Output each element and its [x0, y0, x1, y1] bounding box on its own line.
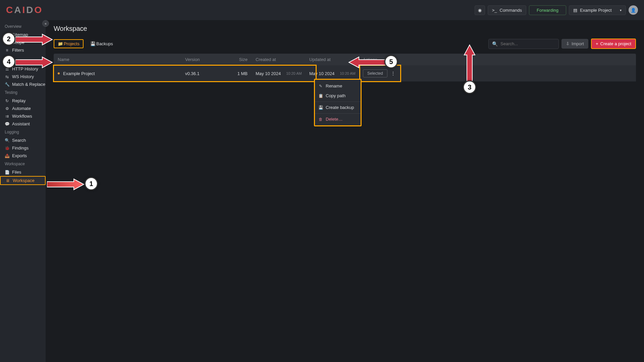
question-icon: ◉	[478, 8, 482, 13]
chevron-down-icon: ▾	[620, 8, 622, 12]
sidebar-label: WS History	[12, 74, 34, 79]
forwarding-label: Forwarding	[537, 8, 558, 13]
sidebar-item-match-replace[interactable]: 🔧 Match & Replace	[0, 80, 46, 88]
col-actions: Actions	[359, 54, 636, 65]
help-button[interactable]: ◉	[475, 5, 485, 15]
top-header: CAIDO ◉ >_ Commands Forwarding ▤ Example…	[0, 0, 644, 20]
forwarding-button[interactable]: Forwarding	[529, 5, 566, 15]
annotation-badge-5: 5	[384, 55, 398, 68]
terminal-icon: >_	[492, 8, 497, 13]
menu-label: Delete…	[326, 117, 343, 122]
col-updated: Updated at	[305, 54, 359, 65]
swap-icon: ⇆	[5, 74, 9, 79]
sidebar-label: Exports	[12, 153, 27, 158]
filters-icon: ≡	[5, 48, 9, 53]
app-logo: CAIDO	[6, 5, 43, 15]
menu-rename[interactable]: ✎ Rename	[315, 81, 361, 91]
table-row[interactable]: Example Project v0.36.1 1 MB May 10 2024…	[54, 65, 636, 81]
created-time: 10:20 AM	[286, 71, 302, 75]
menu-delete[interactable]: 🗑 Delete…	[315, 113, 361, 124]
sidebar-item-findings[interactable]: 🐞 Findings	[0, 144, 46, 152]
cell-actions: Selected ⋮	[359, 65, 636, 81]
menu-label: Rename	[326, 83, 342, 88]
tab-label: Projects	[64, 41, 79, 46]
sidebar-item-search[interactable]: 🔍 Search	[0, 136, 46, 144]
sidebar-item-filters[interactable]: ≡ Filters	[0, 46, 46, 54]
search-icon: 🔍	[5, 138, 9, 143]
bug-icon: 🐞	[5, 146, 9, 150]
trash-icon: 🗑	[318, 117, 323, 122]
search-input[interactable]	[500, 41, 557, 46]
col-created: Created at	[252, 54, 305, 65]
sidebar-label: Replay	[12, 98, 25, 103]
sidebar-label: Assistant	[12, 121, 30, 126]
user-icon: 👤	[631, 8, 636, 13]
create-label: Create a project	[600, 41, 632, 46]
table-header: Name Version Size Created at Updated at …	[54, 54, 636, 65]
project-selector[interactable]: ▤ Example Project ▾	[569, 5, 626, 15]
menu-label: Copy path	[326, 93, 345, 98]
sidebar-label: Search	[12, 138, 26, 143]
sidebar-item-replay[interactable]: ↻ Replay	[0, 97, 46, 105]
monitor-icon: 🖥	[5, 178, 10, 183]
sidebar-item-ws-history[interactable]: ⇆ WS History	[0, 73, 46, 80]
sidebar-label: Match & Replace	[12, 82, 45, 87]
sidebar-label: Findings	[12, 145, 29, 150]
sidebar: « Overview 🗺 Sitemap ◎ Scope ≡ Filters ⇄…	[0, 20, 46, 362]
main-content: Workspace 📁 Projects 💾 Backups 🔍	[46, 20, 644, 362]
cell-version: v0.36.1	[181, 67, 221, 80]
sidebar-item-automate[interactable]: ⚙ Automate	[0, 105, 46, 112]
cell-name: Example Project	[54, 67, 181, 80]
sidebar-item-workflows[interactable]: ⇉ Workflows	[0, 112, 46, 120]
menu-copy-path[interactable]: 📋 Copy path	[315, 91, 361, 101]
project-size: 1 MB	[237, 71, 248, 76]
sidebar-item-assistant[interactable]: 💬 Assistant	[0, 120, 46, 128]
copy-icon: 📋	[318, 94, 323, 98]
commands-button[interactable]: >_ Commands	[488, 5, 526, 15]
import-label: Import	[572, 41, 584, 46]
section-overview: Overview	[0, 22, 46, 31]
export-icon: 📤	[5, 154, 9, 158]
selected-badge[interactable]: Selected	[363, 69, 387, 77]
import-icon: ⇩	[566, 41, 570, 46]
cell-created: May 10 2024 10:20 AM	[252, 67, 305, 80]
status-dot-icon	[58, 72, 60, 74]
row-menu-button[interactable]: ⋮	[389, 71, 397, 76]
sidebar-item-files[interactable]: 📄 Files	[0, 168, 46, 176]
sidebar-item-exports[interactable]: 📤 Exports	[0, 152, 46, 160]
menu-label: Create backup	[326, 105, 354, 110]
create-project-button[interactable]: + Create a project	[591, 39, 636, 49]
project-name: Example Project	[63, 71, 95, 76]
tab-projects[interactable]: 📁 Projects	[54, 39, 84, 48]
cell-updated: May 10 2024 10:20 AM	[305, 67, 359, 80]
search-icon: 🔍	[492, 41, 498, 47]
disk-icon: 💾	[90, 41, 94, 46]
search-input-wrapper[interactable]: 🔍	[488, 39, 559, 49]
annotation-badge-2: 2	[2, 32, 15, 46]
wrench-icon: 🔧	[5, 82, 9, 87]
row-context-menu: ✎ Rename 📋 Copy path 💾 Create backup	[314, 79, 362, 126]
automate-icon: ⚙	[5, 106, 9, 111]
col-size: Size	[221, 54, 252, 65]
folder-icon: 📁	[58, 41, 62, 46]
folder-icon: ▤	[573, 8, 577, 13]
user-avatar[interactable]: 👤	[629, 5, 638, 15]
section-testing: Testing	[0, 88, 46, 97]
cell-size: 1 MB	[221, 67, 252, 80]
sidebar-label: Workflows	[12, 114, 32, 119]
import-button[interactable]: ⇩ Import	[561, 39, 588, 49]
sidebar-label: HTTP History	[12, 66, 38, 71]
section-workspace: Workspace	[0, 160, 46, 168]
replay-icon: ↻	[5, 99, 9, 103]
collapse-sidebar-button[interactable]: «	[42, 20, 49, 27]
tab-backups[interactable]: 💾 Backups	[87, 40, 116, 48]
commands-label: Commands	[500, 8, 522, 13]
sidebar-label: Files	[12, 170, 21, 175]
col-version: Version	[181, 54, 221, 65]
sidebar-item-workspace[interactable]: 🖥 Workspace	[0, 176, 46, 185]
annotation-badge-3: 3	[463, 80, 476, 94]
file-icon: 📄	[5, 170, 9, 175]
created-date: May 10 2024	[256, 71, 281, 76]
menu-create-backup[interactable]: 💾 Create backup	[315, 102, 361, 112]
project-version: v0.36.1	[185, 71, 200, 76]
